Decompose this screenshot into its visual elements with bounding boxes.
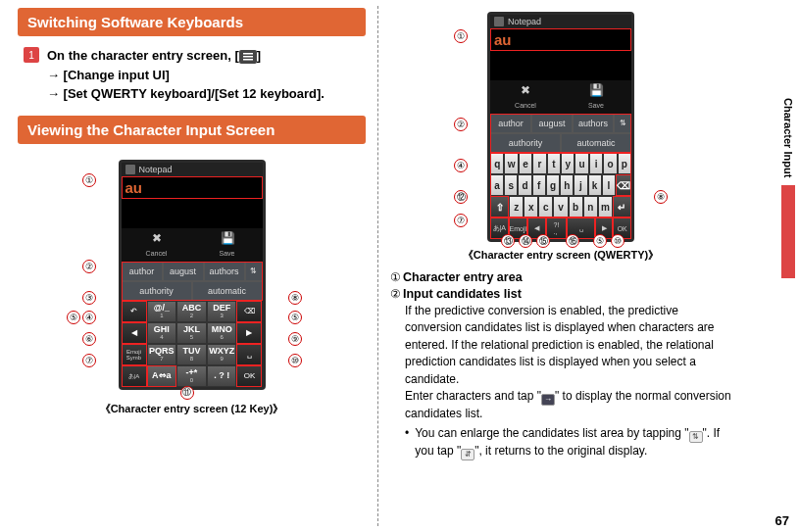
key-p[interactable]: p bbox=[618, 153, 631, 174]
candidates-list[interactable]: author august authors ⇅ authority automa… bbox=[122, 262, 263, 301]
key-s[interactable]: s bbox=[504, 174, 518, 196]
key-d[interactable]: d bbox=[518, 174, 531, 196]
key-f[interactable]: f bbox=[532, 174, 546, 196]
key-m[interactable]: m bbox=[598, 196, 613, 218]
phone-mock-12key: Notepad au ✖Cancel 💾Save author august a… bbox=[119, 160, 266, 390]
page-number: 67 bbox=[775, 513, 789, 528]
key-5[interactable]: JKL5 bbox=[176, 322, 207, 344]
key-x[interactable]: x bbox=[524, 196, 538, 218]
key-backspace[interactable]: ⌫ bbox=[236, 301, 262, 322]
text-entry-area[interactable]: au bbox=[490, 28, 631, 51]
desc-1: ①Character entry area bbox=[390, 270, 731, 284]
cand-authority[interactable]: authority bbox=[122, 281, 192, 301]
save-icon[interactable]: 💾 bbox=[221, 231, 234, 245]
key-v[interactable]: v bbox=[553, 196, 568, 218]
desc-2: ②Input candidates list If the predictive… bbox=[390, 287, 731, 460]
callout-8r: ⑧ bbox=[654, 190, 668, 204]
key-g[interactable]: g bbox=[546, 174, 560, 196]
callout-1: ① bbox=[82, 173, 96, 187]
key-b[interactable]: b bbox=[569, 196, 583, 218]
key-t[interactable]: t bbox=[547, 153, 561, 174]
step1-line1b: ] bbox=[257, 48, 261, 63]
key-case[interactable]: A⇔a bbox=[147, 365, 177, 387]
key-r[interactable]: r bbox=[532, 153, 546, 174]
key-undo[interactable]: ↶ bbox=[122, 301, 147, 322]
keypad-12key: ↶ @/_1 ABC2 DEF3 ⌫ ◀ GHI4 JKL5 MNO6 ▶ Em… bbox=[122, 301, 263, 387]
key-emoji[interactable]: EmojiSymb bbox=[122, 344, 147, 365]
key-c[interactable]: c bbox=[538, 196, 553, 218]
key-punct[interactable]: . ? ! bbox=[207, 365, 237, 387]
figure-12key: Notepad au ✖Cancel 💾Save author august a… bbox=[55, 154, 329, 396]
candidates-expand-icon[interactable]: ⇅ bbox=[614, 114, 631, 133]
editor-body bbox=[122, 199, 263, 228]
key-backspace[interactable]: ⌫ bbox=[616, 174, 631, 196]
key-shift[interactable]: ⇧ bbox=[490, 196, 509, 218]
key-n[interactable]: n bbox=[583, 196, 598, 218]
key-space[interactable]: ␣ bbox=[236, 344, 262, 365]
figure-qwerty: Notepad au ✖Cancel 💾Save author august a… bbox=[419, 12, 703, 242]
keypad-qwerty: q w e r t y u i o p a s d bbox=[490, 153, 631, 218]
cand-author[interactable]: author bbox=[122, 262, 163, 281]
key-j[interactable]: j bbox=[574, 174, 587, 196]
key-right[interactable]: ▶ bbox=[236, 322, 262, 344]
key-q[interactable]: q bbox=[490, 153, 504, 174]
svg-rect-1 bbox=[243, 56, 253, 58]
key-u[interactable]: u bbox=[574, 153, 588, 174]
svg-rect-2 bbox=[243, 59, 253, 61]
key-z[interactable]: z bbox=[509, 196, 524, 218]
key-e[interactable]: e bbox=[519, 153, 532, 174]
key-3[interactable]: DEF3 bbox=[207, 301, 237, 322]
cand-authority[interactable]: authority bbox=[490, 133, 561, 153]
key-mode[interactable]: あ|A bbox=[122, 365, 147, 387]
key-left[interactable]: ◀ bbox=[122, 322, 147, 344]
candidates-list[interactable]: author august authors ⇅ authority automa… bbox=[490, 114, 631, 153]
cand-august[interactable]: august bbox=[163, 262, 204, 281]
key-6[interactable]: MNO6 bbox=[207, 322, 237, 344]
cand-author[interactable]: author bbox=[490, 114, 531, 133]
cancel-icon[interactable]: ✖ bbox=[150, 231, 164, 245]
key-a[interactable]: a bbox=[490, 174, 504, 196]
callout-8: ⑧ bbox=[288, 291, 302, 305]
key-enter[interactable]: ↵ bbox=[613, 196, 631, 218]
desc-2-sub-a: You can enlarge the candidates list area… bbox=[415, 426, 688, 440]
key-2[interactable]: ABC2 bbox=[176, 301, 207, 322]
key-8[interactable]: TUV8 bbox=[176, 344, 207, 365]
key-o[interactable]: o bbox=[603, 153, 617, 174]
step-1: 1 On the character entry screen, [] → [C… bbox=[24, 46, 360, 104]
callout-16: ⑯ bbox=[566, 234, 579, 248]
desc-2-body1: If the predictive conversion is enabled,… bbox=[405, 304, 715, 386]
key-7[interactable]: PQRS7 bbox=[147, 344, 177, 365]
step1-line3: → [Set QWERTY keyboard]/[Set 12 keyboard… bbox=[47, 86, 325, 101]
text-entry-area[interactable]: au bbox=[122, 176, 263, 199]
cand-august[interactable]: august bbox=[531, 114, 573, 133]
app-title: Notepad bbox=[139, 165, 173, 174]
key-h[interactable]: h bbox=[560, 174, 574, 196]
save-icon[interactable]: 💾 bbox=[589, 83, 603, 97]
key-ok[interactable]: OK bbox=[236, 365, 262, 387]
key-4[interactable]: GHI4 bbox=[147, 322, 177, 344]
callout-6: ⑥ bbox=[82, 332, 96, 346]
expand-icon: ⇅ bbox=[689, 431, 703, 443]
key-9[interactable]: WXYZ9 bbox=[207, 344, 237, 365]
key-i[interactable]: i bbox=[589, 153, 603, 174]
save-label: Save bbox=[588, 102, 604, 109]
cand-authors[interactable]: authors bbox=[573, 114, 614, 133]
cand-authors[interactable]: authors bbox=[204, 262, 245, 281]
callout-4: ④ bbox=[454, 159, 468, 172]
key-k[interactable]: k bbox=[588, 174, 602, 196]
cand-automatic[interactable]: automatic bbox=[192, 281, 263, 301]
callout-5b: ⑤ bbox=[593, 234, 607, 248]
key-1[interactable]: @/_1 bbox=[147, 301, 177, 322]
key-y[interactable]: y bbox=[561, 153, 574, 174]
callout-7: ⑦ bbox=[82, 354, 96, 367]
key-l[interactable]: l bbox=[602, 174, 616, 196]
step-number: 1 bbox=[24, 47, 39, 63]
candidates-expand-icon[interactable]: ⇅ bbox=[245, 262, 263, 281]
cancel-icon[interactable]: ✖ bbox=[519, 83, 532, 97]
key-0[interactable]: -+*0 bbox=[176, 365, 207, 387]
cand-automatic[interactable]: automatic bbox=[561, 133, 631, 153]
key-w[interactable]: w bbox=[504, 153, 518, 174]
callout-12: ⑫ bbox=[454, 190, 468, 204]
callout-4: ④ bbox=[82, 311, 96, 324]
key-punct[interactable]: ?!., bbox=[546, 218, 568, 239]
